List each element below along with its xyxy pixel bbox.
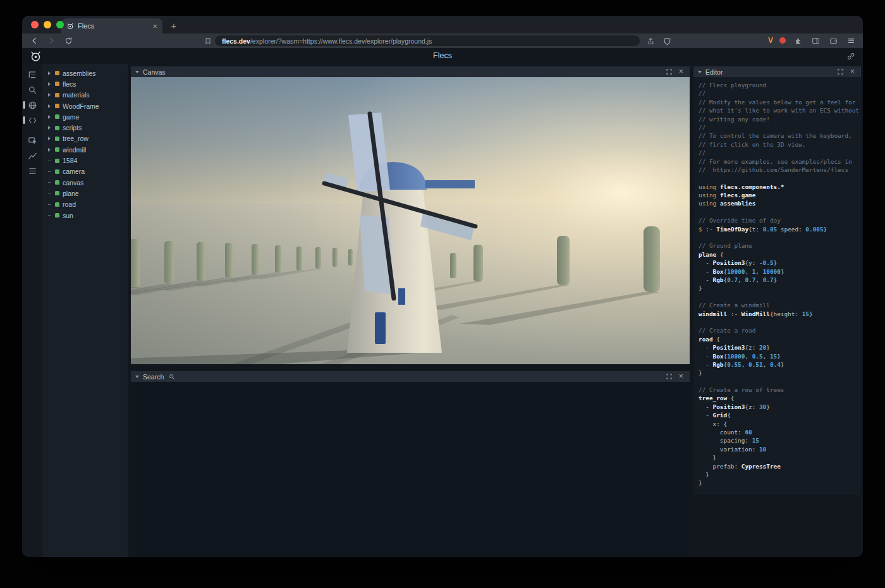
- extension-v-icon[interactable]: V: [768, 36, 773, 45]
- url-path: /explorer/?wasm=https://www.flecs.dev/ex…: [250, 37, 432, 45]
- code-line: // For more examples, see examples/plecs…: [699, 157, 861, 166]
- leaf-dash-icon: [47, 171, 52, 172]
- reload-button[interactable]: [63, 35, 74, 46]
- extensions-puzzle-icon[interactable]: [792, 35, 803, 46]
- share-link-icon[interactable]: [845, 51, 857, 62]
- tree-item-windmill[interactable]: windmill: [42, 144, 128, 155]
- address-bar[interactable]: flecs.dev/explorer/?wasm=https://www.fle…: [215, 35, 640, 46]
- code-line: - Box{10000, 0.5, 15}: [699, 352, 861, 360]
- code-line: spacing: 15: [699, 436, 861, 444]
- code-editor-icon[interactable]: [22, 114, 42, 126]
- minimize-window-button[interactable]: [44, 21, 51, 28]
- tree-item-label: windmill: [63, 146, 86, 154]
- tree-item-scripts[interactable]: scripts: [42, 122, 128, 133]
- tree-item-label: materials: [63, 91, 90, 99]
- search-results-area[interactable]: [131, 382, 690, 557]
- expand-arrow-icon[interactable]: [47, 148, 52, 152]
- collapse-chevron-icon[interactable]: [135, 71, 139, 73]
- collapse-chevron-icon[interactable]: [135, 376, 139, 378]
- code-line: variation: 10: [699, 445, 861, 453]
- code-line: [699, 377, 861, 386]
- code-line: - Position3{z: 30}: [699, 403, 861, 411]
- code-line: - Box{10000, 1, 10000}: [699, 267, 861, 276]
- leaf-dash-icon: [47, 193, 52, 193]
- close-panel-icon[interactable]: ×: [677, 372, 685, 381]
- collapse-chevron-icon[interactable]: [698, 71, 702, 73]
- share-icon[interactable]: [645, 35, 656, 47]
- expand-arrow-icon[interactable]: [47, 115, 52, 119]
- commands-list-icon[interactable]: [22, 165, 42, 176]
- code-line: count: 60: [699, 428, 861, 436]
- tree-item-flecs[interactable]: flecs: [42, 78, 128, 89]
- 3d-canvas-view[interactable]: [131, 77, 690, 364]
- back-button[interactable]: [28, 35, 40, 46]
- tree-item-WoodFrame[interactable]: WoodFrame: [42, 101, 128, 111]
- tree-item-camera[interactable]: camera: [42, 166, 128, 177]
- code-line: // Modify the values below to get a feel…: [699, 98, 861, 106]
- code-line: using flecs.game: [699, 191, 861, 199]
- fullscreen-icon[interactable]: [665, 372, 673, 381]
- tree-item-plane[interactable]: plane: [42, 188, 128, 199]
- tab-close-icon[interactable]: ×: [152, 22, 157, 30]
- expand-arrow-icon[interactable]: [47, 104, 52, 108]
- expand-arrow-icon[interactable]: [47, 71, 52, 75]
- stats-chart-icon[interactable]: [22, 150, 42, 161]
- search-panel-title: Search: [143, 373, 164, 381]
- code-line: }: [699, 284, 861, 292]
- browser-tab[interactable]: Flecs ×: [61, 18, 162, 34]
- new-tab-button[interactable]: +: [168, 19, 180, 32]
- tree-item-label: assemblies: [63, 70, 96, 77]
- code-line: $ :- TimeOfDay{t: 0.05 speed: 0.005}: [699, 225, 861, 233]
- canvas-view-icon[interactable]: [22, 99, 42, 111]
- entity-color-square: [55, 159, 59, 163]
- editor-code[interactable]: // Flecs playground//// Modify the value…: [693, 77, 861, 495]
- tree-item-assemblies[interactable]: assemblies: [42, 68, 128, 78]
- desktop-background: Flecs × + flecs.dev/expl: [0, 0, 885, 588]
- tree-item-sun[interactable]: sun: [42, 210, 128, 221]
- editor-panel-title: Editor: [705, 68, 723, 76]
- entity-color-square: [55, 104, 59, 108]
- close-window-button[interactable]: [31, 21, 39, 28]
- tree-item-materials[interactable]: materials: [42, 90, 128, 101]
- entity-color-square: [55, 126, 59, 130]
- editor-panel-header: Editor ×: [693, 66, 861, 77]
- fullscreen-icon[interactable]: [836, 68, 845, 76]
- entity-color-square: [55, 180, 59, 185]
- expand-arrow-icon[interactable]: [47, 126, 52, 130]
- code-line: - Rgb{0.7, 0.7, 0.7}: [699, 276, 861, 284]
- sidebar-toggle-icon[interactable]: [810, 35, 821, 46]
- tree-item-1584[interactable]: 1584: [42, 155, 128, 166]
- page-header: Flecs: [22, 48, 863, 64]
- expand-arrow-icon[interactable]: [47, 82, 52, 86]
- code-line: // Ground plane: [699, 242, 861, 250]
- expand-arrow-icon[interactable]: [47, 93, 52, 97]
- inspector-icon[interactable]: [22, 135, 42, 146]
- close-panel-icon[interactable]: ×: [848, 68, 857, 76]
- editor-panel: Editor × // Flecs playground//// Modify …: [693, 66, 861, 495]
- close-panel-icon[interactable]: ×: [677, 68, 685, 76]
- entity-tree-icon[interactable]: [22, 69, 42, 80]
- tree-item-label: flecs: [63, 80, 76, 88]
- tree-item-road[interactable]: road: [42, 199, 128, 210]
- wallet-icon[interactable]: [827, 35, 839, 46]
- tree-item-label: plane: [63, 190, 79, 197]
- brave-shield-icon[interactable]: [661, 35, 673, 47]
- code-line: // what it's like to work with an ECS wi…: [699, 106, 861, 114]
- forward-button[interactable]: [46, 35, 57, 46]
- menu-icon[interactable]: [845, 35, 857, 46]
- tree-item-tree_row[interactable]: tree_row: [42, 133, 128, 144]
- browser-toolbar: flecs.dev/explorer/?wasm=https://www.fle…: [22, 34, 863, 48]
- expand-arrow-icon[interactable]: [47, 137, 52, 140]
- zoom-window-button[interactable]: [56, 21, 64, 28]
- tree-item-canvas[interactable]: canvas: [42, 177, 128, 188]
- bookmark-sidebar-icon[interactable]: [202, 35, 214, 47]
- tree-item-game[interactable]: game: [42, 111, 128, 122]
- code-line: - Position3{y: -0.5}: [699, 259, 861, 267]
- extension-red-icon[interactable]: [779, 37, 786, 44]
- entity-color-square: [55, 137, 59, 141]
- fullscreen-icon[interactable]: [665, 68, 673, 76]
- code-line: [699, 233, 861, 242]
- tab-strip: Flecs × +: [22, 16, 863, 34]
- code-line: tree_row {: [699, 394, 861, 402]
- query-search-icon[interactable]: [22, 84, 42, 95]
